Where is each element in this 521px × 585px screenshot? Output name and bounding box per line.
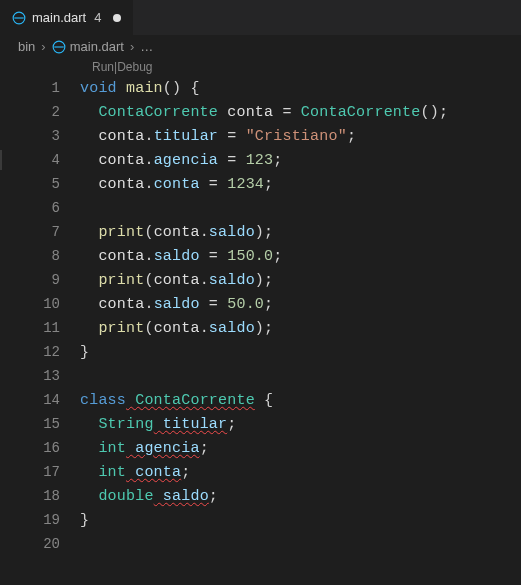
- line-number: 9: [0, 272, 80, 288]
- line-number: 11: [0, 320, 80, 336]
- tab-problem-count: 4: [94, 10, 101, 25]
- breadcrumb-folder[interactable]: bin: [18, 39, 35, 54]
- chevron-right-icon: ›: [41, 39, 45, 54]
- code-editor[interactable]: 1void main() { 2 ContaCorrente conta = C…: [0, 76, 521, 556]
- code-line: 13: [0, 364, 521, 388]
- code-line: 1void main() {: [0, 76, 521, 100]
- code-line: 17 int conta;: [0, 460, 521, 484]
- code-line: 11 print(conta.saldo);: [0, 316, 521, 340]
- codelens-debug[interactable]: Debug: [117, 60, 152, 74]
- code-lens: Run | Debug: [0, 58, 521, 76]
- code-line: 3 conta.titular = "Cristiano";: [0, 124, 521, 148]
- editor-tab[interactable]: main.dart 4: [0, 0, 133, 35]
- line-number: 19: [0, 512, 80, 528]
- line-number: 5: [0, 176, 80, 192]
- line-number: 14: [0, 392, 80, 408]
- line-number: 13: [0, 368, 80, 384]
- line-number: 3: [0, 128, 80, 144]
- code-line: 8 conta.saldo = 150.0;: [0, 244, 521, 268]
- codelens-run[interactable]: Run: [92, 60, 114, 74]
- dart-icon: [12, 11, 26, 25]
- code-line: 12}: [0, 340, 521, 364]
- code-line: 6: [0, 196, 521, 220]
- line-number: 2: [0, 104, 80, 120]
- breadcrumb-more[interactable]: …: [140, 39, 153, 54]
- dart-icon: [52, 40, 66, 54]
- line-number: 10: [0, 296, 80, 312]
- activity-indicator: [0, 150, 2, 170]
- code-line: 20: [0, 532, 521, 556]
- line-number: 4: [0, 152, 80, 168]
- line-number: 20: [0, 536, 80, 552]
- code-line: 7 print(conta.saldo);: [0, 220, 521, 244]
- code-line: 14class ContaCorrente {: [0, 388, 521, 412]
- line-number: 7: [0, 224, 80, 240]
- line-number: 16: [0, 440, 80, 456]
- code-line: 9 print(conta.saldo);: [0, 268, 521, 292]
- chevron-right-icon: ›: [130, 39, 134, 54]
- code-line: 18 double saldo;: [0, 484, 521, 508]
- line-number: 8: [0, 248, 80, 264]
- line-number: 15: [0, 416, 80, 432]
- tab-bar: main.dart 4: [0, 0, 521, 35]
- line-number: 18: [0, 488, 80, 504]
- tab-filename: main.dart: [32, 10, 86, 25]
- line-number: 6: [0, 200, 80, 216]
- breadcrumb-file[interactable]: main.dart: [52, 39, 124, 54]
- code-line: 15 String titular;: [0, 412, 521, 436]
- breadcrumb: bin › main.dart › …: [0, 35, 521, 58]
- code-line: 4 conta.agencia = 123;: [0, 148, 521, 172]
- code-line: 5 conta.conta = 1234;: [0, 172, 521, 196]
- line-number: 17: [0, 464, 80, 480]
- code-line: 19}: [0, 508, 521, 532]
- code-line: 16 int agencia;: [0, 436, 521, 460]
- code-line: 10 conta.saldo = 50.0;: [0, 292, 521, 316]
- code-line: 2 ContaCorrente conta = ContaCorrente();: [0, 100, 521, 124]
- unsaved-dot-icon: [113, 14, 121, 22]
- line-number: 1: [0, 80, 80, 96]
- line-number: 12: [0, 344, 80, 360]
